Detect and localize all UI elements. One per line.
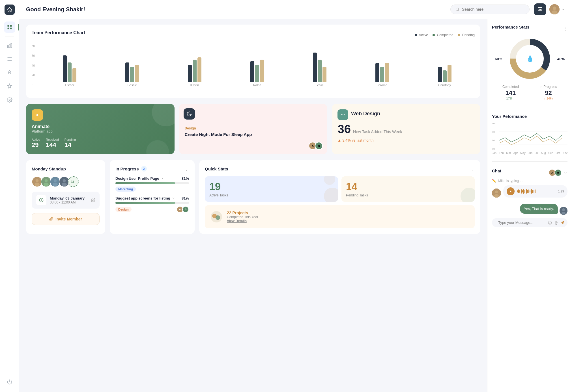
webdesign-more[interactable]: ... (472, 108, 476, 113)
svg-rect-1 (10, 25, 12, 27)
progress-bar-1-bg (115, 182, 189, 184)
donut-completed-pct: 60% (495, 57, 502, 61)
user-avatar-wrapper[interactable] (549, 4, 565, 14)
emoji-icon[interactable] (548, 221, 552, 225)
chart-group-courtney: Courtney (414, 46, 475, 87)
perf-inprogress-label: In Progress (540, 85, 557, 89)
in-progress-more[interactable]: ⋮ (184, 166, 189, 172)
svg-point-53 (562, 212, 565, 215)
animate-card-title: Animate (32, 124, 169, 129)
projects-info: 22 Projects Completed This Year View Det… (227, 211, 258, 223)
sidebar-item-charts[interactable] (4, 40, 15, 51)
sidebar (0, 0, 19, 392)
sidebar-bottom (4, 376, 15, 387)
trend-value: 3.4% (342, 138, 351, 142)
svg-point-23 (36, 179, 39, 182)
sidebar-item-activity[interactable] (4, 67, 15, 78)
webdesign-card: Web Design ... 36 New Task Added This We… (332, 104, 480, 154)
microphone-icon[interactable] (554, 221, 558, 225)
chat-avatars: A B (549, 169, 562, 176)
webdesign-icon (337, 109, 348, 120)
svg-point-48 (495, 190, 498, 193)
perf-completed-block: Completed 141 17% ↑ (502, 85, 519, 100)
standup-avatar-extra: 23+ (68, 176, 79, 187)
chat-message-input[interactable] (498, 220, 546, 225)
standup-time-block: Monday, 03 January 08:00 - 11:00 AM (32, 192, 100, 209)
search-bar[interactable] (450, 5, 530, 14)
reply-bubble: Yes, That is ready. (520, 204, 558, 214)
active-tasks-number: 19 (209, 181, 334, 193)
svg-point-30 (53, 183, 58, 187)
progress-bar-2-bg (115, 202, 189, 204)
logo[interactable] (5, 5, 15, 15)
messages-button[interactable] (534, 3, 546, 15)
pending-tasks-number: 14 (346, 181, 470, 193)
bar-gold-leslie (322, 67, 326, 82)
standup-time: 08:00 - 11:00 AM (50, 200, 85, 204)
chat-section: Chat A B ✏️ Mike is typing .... (492, 168, 567, 227)
bar-dark-kristin (188, 65, 192, 82)
chevron-down-icon-task2[interactable] (172, 197, 175, 200)
chart-group-ralph: Ralph (227, 46, 287, 87)
chart-legend: Active Completed Pending (415, 33, 475, 37)
invite-member-button[interactable]: Invite Member (32, 213, 100, 225)
perf-numbers: Completed 141 17% ↑ In Progress 92 ↑ 14% (492, 85, 567, 100)
standup-more[interactable]: ⋮ (94, 166, 100, 172)
standup-date: Monday, 03 January (50, 196, 85, 200)
send-icon[interactable] (560, 221, 564, 225)
quick-stats-card: Quick Stats ⋮ 19 Active Tasks 14 (199, 160, 480, 234)
sidebar-item-power[interactable] (4, 376, 15, 387)
chevron-down-icon-task1[interactable] (161, 177, 164, 180)
bar-gold-ralph (260, 60, 264, 82)
projects-sub: Completed This Year (227, 215, 258, 219)
bar-gold-kristin (197, 57, 201, 82)
svg-point-26 (45, 179, 48, 182)
quick-stats-title: Quick Stats (205, 166, 228, 171)
svg-point-19 (343, 114, 343, 115)
divider-2 (492, 161, 567, 162)
quick-stats-more[interactable]: ⋮ (470, 166, 475, 172)
chart-label-leslie: Leslie (315, 83, 324, 87)
legend-pending: Pending (458, 33, 475, 37)
edit-icon[interactable] (91, 198, 95, 202)
bar-gold-jerome (385, 63, 389, 82)
performance-stats-section: Performance Stats ⋮ 💧 (492, 25, 567, 100)
bar-dark-esther (63, 55, 67, 82)
avatar-2: B (315, 142, 323, 150)
perf-stats-more[interactable]: ⋮ (563, 26, 567, 31)
svg-point-21 (341, 114, 342, 115)
search-input[interactable] (462, 7, 525, 12)
page-title: Good Evening Shakir! (26, 6, 446, 13)
reply-avatar (560, 207, 567, 215)
projects-link[interactable]: View Details (227, 219, 258, 223)
chart-title: Team Performance Chart (32, 30, 85, 35)
chevron-down-icon (561, 7, 565, 11)
design-card: ... Design Create Night Mode For Sleep A… (179, 104, 328, 154)
sidebar-item-dashboard[interactable] (4, 21, 15, 33)
quick-stats-grid: 19 Active Tasks 14 Pending Tasks (205, 176, 475, 228)
perf-completed-value: 141 (502, 89, 519, 97)
quick-stats-header: Quick Stats ⋮ (205, 166, 475, 172)
webdesign-stats: 36 New Task Added This Week (337, 122, 475, 136)
chevron-down-icon-chat[interactable] (564, 171, 567, 175)
svg-text:💧: 💧 (526, 55, 534, 62)
progress-task-1-title: Design User Profile Page (115, 176, 164, 181)
design-card-more[interactable]: ... (319, 108, 323, 113)
user-avatar (549, 4, 560, 14)
webdesign-trend: ▲ 3.4% vs last month (337, 138, 475, 142)
paperclip-icon (49, 217, 53, 221)
sidebar-item-list[interactable] (4, 53, 15, 65)
animate-card-more[interactable]: ... (166, 108, 170, 113)
svg-rect-0 (7, 25, 9, 27)
progress-task-1: Design User Profile Page 81% Marketing (115, 176, 189, 192)
svg-point-49 (494, 194, 499, 198)
sidebar-item-settings[interactable] (4, 94, 15, 105)
chat-header: Chat A B (492, 168, 567, 177)
donut-chart-wrapper: 💧 60% 40% (492, 36, 567, 81)
your-performance-section: Your Peformance 100 80 60 40 (492, 114, 567, 155)
sidebar-item-rocket[interactable] (4, 81, 15, 92)
standup-card: Monday Standup ⋮ (26, 160, 105, 234)
play-button[interactable] (507, 187, 515, 195)
chart-group-jerome: Jerome (352, 46, 412, 87)
pencil-icon: ✏️ (492, 179, 496, 183)
